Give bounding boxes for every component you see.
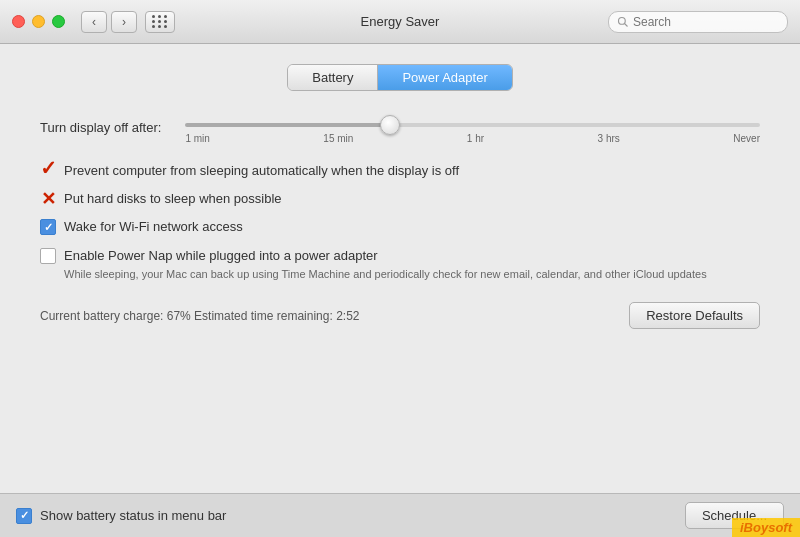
tick-15min: 15 min [323, 133, 353, 144]
watermark: iBoysoft [732, 518, 800, 537]
show-battery-label: Show battery status in menu bar [40, 508, 226, 523]
option-wifi: ✓ Wake for Wi-Fi network access [40, 218, 760, 236]
option-power-nap: Enable Power Nap while plugged into a po… [40, 247, 760, 283]
option-power-nap-sublabel: While sleeping, your Mac can back up usi… [64, 267, 707, 282]
checkbox-wifi[interactable]: ✓ [40, 219, 56, 235]
option-prevent-sleep: ✓ Prevent computer from sleeping automat… [40, 162, 760, 180]
footer-bar: ✓ Show battery status in menu bar Schedu… [0, 493, 800, 537]
checkbox-prevent-sleep[interactable]: ✓ [40, 160, 56, 176]
option-hard-disks: ✕ Put hard disks to sleep when possible [40, 190, 760, 208]
tab-group: Battery Power Adapter [287, 64, 512, 91]
grid-icon [152, 15, 168, 28]
option-power-nap-label: Enable Power Nap while plugged into a po… [64, 247, 707, 265]
options-section: ✓ Prevent computer from sleeping automat… [40, 162, 760, 282]
tab-power-adapter[interactable]: Power Adapter [378, 65, 511, 90]
traffic-lights [12, 15, 65, 28]
close-button[interactable] [12, 15, 25, 28]
tabs: Battery Power Adapter [40, 64, 760, 91]
tick-3hrs: 3 hrs [598, 133, 620, 144]
checkbox-show-battery[interactable]: ✓ [16, 508, 32, 524]
grid-menu-button[interactable] [145, 11, 175, 33]
search-bar[interactable] [608, 11, 788, 33]
option-prevent-sleep-label: Prevent computer from sleeping automatic… [64, 162, 459, 180]
back-button[interactable]: ‹ [81, 11, 107, 33]
svg-line-1 [625, 23, 628, 26]
option-wifi-label: Wake for Wi-Fi network access [64, 218, 243, 236]
checkbox-power-nap[interactable] [40, 248, 56, 264]
window-title: Energy Saver [361, 14, 440, 29]
battery-info-row: Current battery charge: 67% Estimated ti… [40, 302, 760, 329]
search-input[interactable] [633, 15, 779, 29]
slider-wrapper: 1 min 15 min 1 hr 3 hrs Never [185, 111, 760, 144]
search-icon [617, 16, 629, 28]
forward-button[interactable]: › [111, 11, 137, 33]
restore-defaults-button[interactable]: Restore Defaults [629, 302, 760, 329]
tick-1hr: 1 hr [467, 133, 484, 144]
svg-point-0 [619, 17, 626, 24]
main-content: Battery Power Adapter Turn display off a… [0, 44, 800, 493]
slider-label: Turn display off after: [40, 120, 161, 135]
titlebar: ‹ › Energy Saver [0, 0, 800, 44]
nav-buttons: ‹ › [81, 11, 137, 33]
battery-info-text: Current battery charge: 67% Estimated ti… [40, 309, 360, 323]
tab-battery[interactable]: Battery [288, 65, 378, 90]
checkbox-hard-disks[interactable]: ✕ [40, 191, 56, 207]
watermark-text: iBoysoft [740, 520, 792, 535]
show-battery-row: ✓ Show battery status in menu bar [16, 508, 226, 524]
tick-1min: 1 min [185, 133, 209, 144]
slider-section: Turn display off after: 1 min 15 min 1 h… [40, 111, 760, 144]
tick-never: Never [733, 133, 760, 144]
minimize-button[interactable] [32, 15, 45, 28]
option-hard-disks-label: Put hard disks to sleep when possible [64, 190, 282, 208]
fullscreen-button[interactable] [52, 15, 65, 28]
display-sleep-slider[interactable] [185, 123, 760, 127]
